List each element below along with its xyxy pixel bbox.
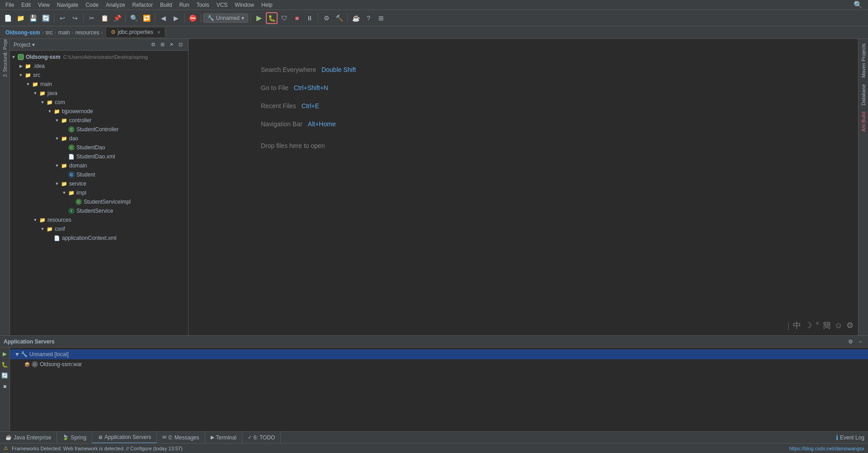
server-artifact-item[interactable]: 📦 ⊙ Oldsong-ssm:war <box>10 359 868 369</box>
pause-btn[interactable]: ⏸ <box>304 12 316 24</box>
menu-edit[interactable]: Edit <box>18 0 34 10</box>
main-label: main <box>40 81 52 87</box>
tree-service[interactable]: ▼ 📁 service <box>10 179 188 188</box>
tree-conf[interactable]: ▼ 📁 conf <box>10 224 188 234</box>
cover-btn[interactable]: 🛡 <box>278 12 290 24</box>
menu-help[interactable]: Help <box>258 0 276 10</box>
sep: › <box>42 29 44 36</box>
tab-app-servers[interactable]: 🖥 Application Servers <box>92 432 157 443</box>
new-file-btn[interactable]: 📄 <box>2 12 14 24</box>
gear-icon[interactable]: ⚙ <box>149 41 157 49</box>
run-btn[interactable]: ▶ <box>253 12 265 24</box>
forward-btn[interactable]: ▶ <box>170 12 182 24</box>
menu-refactor[interactable]: Refactor <box>129 0 156 10</box>
structure-btn[interactable]: 2: Structure <box>0 61 9 70</box>
bottom-gear-icon[interactable]: ⚙ <box>846 338 854 346</box>
settings-icon2[interactable]: ⚙ <box>846 320 854 330</box>
debug-btn[interactable]: 🐛 <box>266 12 278 24</box>
tab-terminal[interactable]: ▶ Terminal <box>205 432 242 443</box>
terminal-btn[interactable]: ⊞ <box>375 12 387 24</box>
res-label: resources <box>47 217 71 223</box>
menu-run[interactable]: Run <box>176 0 193 10</box>
menu-window[interactable]: Window <box>231 0 258 10</box>
run-server-btn[interactable]: ▶ <box>0 349 9 358</box>
sdk-btn[interactable]: ☕ <box>350 12 362 24</box>
event-log-label[interactable]: Event Log <box>840 434 864 441</box>
menu-build[interactable]: Build <box>156 0 176 10</box>
tree-impl[interactable]: ▼ 📁 impl <box>10 188 188 197</box>
tree-service-impl[interactable]: ▶ C StudentServiceImpl <box>10 197 188 206</box>
paste-btn[interactable]: 📌 <box>111 12 123 24</box>
database-label[interactable]: Database <box>860 81 867 108</box>
tab-java-enterprise[interactable]: ☕ Java Enterprise <box>0 432 57 443</box>
close-panel-btn[interactable]: ✕ <box>167 41 175 49</box>
cut-btn[interactable]: ✂ <box>86 12 98 24</box>
tree-student-ctrl[interactable]: ▶ C StudentController <box>10 125 188 134</box>
search-everywhere-icon[interactable]: 🔍 <box>850 0 866 10</box>
kanji-icon[interactable]: 簡 <box>823 320 831 331</box>
ant-build-label[interactable]: Ant Build <box>860 109 867 134</box>
breakpoint-btn[interactable]: ⛔ <box>187 12 198 24</box>
maven-projects-label[interactable]: Maven Projects <box>860 41 867 81</box>
tree-src[interactable]: ▼ 📁 src <box>10 71 188 80</box>
tree-service-iface[interactable]: ▶ I StudentService <box>10 206 188 215</box>
find-btn[interactable]: 🔍 <box>128 12 140 24</box>
tree-student-dao[interactable]: ▶ C StudentDao <box>10 143 188 152</box>
circle-dot-icon[interactable]: ° <box>816 321 819 330</box>
settings-icon[interactable]: ⊞ <box>158 41 166 49</box>
tab-todo[interactable]: ✓ 6: TODO <box>242 432 281 443</box>
reload-btn[interactable]: 🔄 <box>0 371 9 380</box>
sep4 <box>155 14 155 23</box>
tree-student-dao-xml[interactable]: ▶ 📄 StudentDao.xml <box>10 152 188 161</box>
moon-icon[interactable]: ☽ <box>805 320 812 330</box>
tree-bjpowernode[interactable]: ▼ 📁 bjpowernode <box>10 107 188 116</box>
build-project-btn[interactable]: ⚙ <box>321 12 332 24</box>
sync-btn[interactable]: 🔄 <box>40 12 52 24</box>
tree-java[interactable]: ▼ 📁 java <box>10 89 188 98</box>
file-tab-jdbc[interactable]: ⚙ jdbc.properties ✕ <box>106 28 165 37</box>
status-url[interactable]: https://blog.csdn.net/damowangsx <box>789 446 864 451</box>
tree-app-ctx[interactable]: ▶ 📄 applicationContext.xml <box>10 234 188 243</box>
tree-student[interactable]: ▶ C Student <box>10 170 188 179</box>
tree-controller[interactable]: ▼ 📁 controller <box>10 116 188 125</box>
debug-server-btn[interactable]: 🐛 <box>0 360 9 369</box>
copy-btn[interactable]: 📋 <box>99 12 110 24</box>
project-panel-btn[interactable]: 1: Project <box>0 41 9 50</box>
menu-file[interactable]: File <box>2 0 18 10</box>
rebuild-btn[interactable]: 🔨 <box>333 12 345 24</box>
replace-btn[interactable]: 🔁 <box>141 12 152 24</box>
save-btn[interactable]: 💾 <box>27 12 39 24</box>
tree-domain[interactable]: ▼ 📁 domain <box>10 161 188 170</box>
server-item-unnamed[interactable]: ▼ 🔧 Unnamed [local] <box>10 349 868 359</box>
tree-resources[interactable]: ▼ 📁 resources <box>10 215 188 224</box>
bottom-minimize-btn[interactable]: − <box>856 338 864 346</box>
back-btn[interactable]: ◀ <box>157 12 169 24</box>
config-dropdown[interactable]: 🔧 Unnamed ▾ <box>203 14 248 23</box>
menu-code[interactable]: Code <box>82 0 102 10</box>
tab-spring[interactable]: 🍃 Spring <box>57 432 92 443</box>
menu-view[interactable]: View <box>34 0 53 10</box>
tab-messages[interactable]: ✉ 0: Messages <box>157 432 205 443</box>
open-btn[interactable]: 📁 <box>14 12 26 24</box>
tab-spring-label: Spring <box>71 434 86 441</box>
project-dropdown[interactable]: Project ▾ <box>14 42 35 48</box>
redo-btn[interactable]: ↪ <box>69 12 81 24</box>
menu-navigate[interactable]: Navigate <box>53 0 82 10</box>
tree-dao[interactable]: ▼ 📁 dao <box>10 134 188 143</box>
tree-com[interactable]: ▼ 📁 com <box>10 98 188 107</box>
maximize-panel-btn[interactable]: ⊡ <box>176 41 184 49</box>
undo-btn[interactable]: ↩ <box>57 12 68 24</box>
help-btn[interactable]: ? <box>363 12 374 24</box>
smile-icon[interactable]: ☺ <box>835 321 843 330</box>
tree-main[interactable]: ▼ 📁 main <box>10 80 188 89</box>
menu-analyze[interactable]: Analyze <box>102 0 129 10</box>
menu-tools[interactable]: Tools <box>193 0 213 10</box>
menu-vcs[interactable]: VCS <box>213 0 231 10</box>
stop-btn[interactable]: ■ <box>291 12 303 24</box>
hint-goto: Go to File Ctrl+Shift+N <box>261 84 328 91</box>
bottom-left-strip: ▶ 🐛 🔄 ■ <box>0 348 10 431</box>
tree-root[interactable]: ▼ Oldsong-ssm C:\Users\Administrator\Des… <box>10 52 188 62</box>
tree-idea[interactable]: ▶ 📁 .idea <box>10 62 188 71</box>
chinese-char-icon[interactable]: 中 <box>793 320 801 331</box>
stop-server-btn[interactable]: ■ <box>0 382 9 391</box>
